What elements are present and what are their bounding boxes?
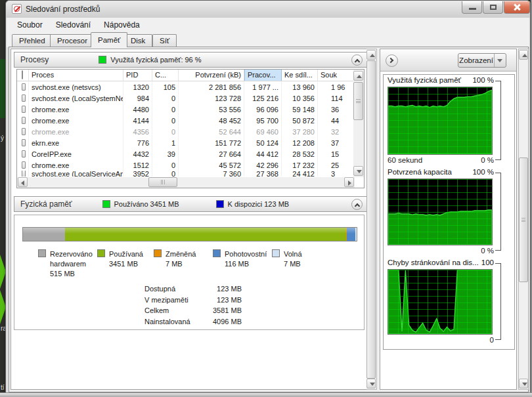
process-name-cell: ekrn.exe [29,137,123,148]
chevron-up-icon [354,203,359,208]
menu-monitor[interactable]: Sledování [49,18,97,31]
scroll-down-button[interactable] [366,379,376,388]
memory-bar-segment [347,228,355,241]
col-shareable[interactable]: Ke sdíl... [282,70,318,81]
stat-label: Dostupná [144,283,205,295]
pid-cell: 4356 [123,126,152,137]
table-row[interactable]: svchost.exe (LocalServiceAn...395207 360… [17,171,364,177]
close-button[interactable] [504,1,530,14]
pid-cell: 984 [123,93,152,104]
used-indicator-icon [102,200,110,208]
process-table-hscrollbar[interactable] [17,177,355,188]
cpu-cell: 0 [152,171,179,177]
stat-label: V mezipaměti [144,295,205,306]
menu-file[interactable]: Soubor [11,18,49,31]
graph-grid [388,179,492,245]
stat-label: Celkem [144,305,205,316]
views-dropdown-arrow[interactable] [494,54,506,67]
maximize-button[interactable] [483,1,503,14]
stat-value: 4096 MB [205,316,242,327]
available-indicator-icon [216,200,224,208]
col-pid[interactable]: PID [123,70,152,81]
legend-swatch [272,249,280,257]
process-table-vscrollbar[interactable] [353,70,364,177]
row-checkbox[interactable] [17,115,29,126]
col-process[interactable]: Proces [29,70,123,81]
col-private[interactable]: Souk [318,70,355,81]
scroll-left-button[interactable] [18,177,28,187]
table-row[interactable]: svchost.exe (LocalSystemNet...9840123 72… [17,93,364,104]
row-checkbox[interactable] [17,148,29,159]
scroll-down-button[interactable] [519,379,528,388]
private-cell: 36 [318,104,355,115]
vscroll-thumb[interactable] [519,157,528,282]
scale-bracket [495,173,501,251]
arrow-up-icon [357,75,362,78]
scroll-up-button[interactable] [366,50,376,60]
scale-min: 0 % [481,156,494,164]
table-row[interactable]: ekrn.exe7761151 77250 12412 20837 [17,137,364,148]
panel-vscrollbar[interactable] [518,49,529,390]
row-checkbox[interactable] [17,104,29,115]
working-set-cell: 125 216 [244,93,282,104]
row-checkbox[interactable] [17,171,29,177]
col-cpu[interactable]: C... [152,70,179,81]
row-checkbox[interactable] [17,93,29,104]
legend-item: Rezervovánohardwarem515 MB [38,249,93,279]
tab-cpu[interactable]: Procesor [50,34,95,47]
pid-cell: 3952 [123,171,152,177]
col-commit[interactable]: Potvrzení (kB) [179,70,244,81]
col-working-set[interactable]: Pracov... [244,70,282,81]
scroll-up-button[interactable] [519,50,528,60]
private-cell: 1 96 [318,81,355,93]
table-row[interactable]: chrome.exe4480053 55696 09659 14836 [17,104,364,115]
memory-title: Fyzická paměť [14,199,72,209]
tab-overview[interactable]: Přehled [12,34,53,47]
graph-used-physical-memory [388,87,493,155]
minimize-button[interactable] [462,1,482,14]
main-pane: Procesy Využitá fyzická paměť: 96 % Proc… [11,49,377,390]
scroll-up-button[interactable] [353,71,363,81]
private-cell: 25 [318,159,355,171]
table-row[interactable]: CoreIPP.exe44323927 66444 41228 53215 [17,148,364,159]
memory-bar-segment [23,228,65,241]
pane-vscrollbar[interactable] [366,49,377,390]
table-row[interactable]: chrome.exe4144048 45295 70050 87244 [17,115,364,126]
menu-help[interactable]: Nápověda [97,18,146,31]
graphs-container: Využitá fyzická paměť 100 % 60 sekund 0 … [383,74,515,350]
arrow-left-icon [21,180,24,186]
row-checkbox[interactable] [17,81,29,93]
row-checkbox[interactable] [17,137,29,148]
table-row[interactable]: chrome.exe1512045 57242 29617 23225 [17,159,364,171]
scroll-down-button[interactable] [353,166,363,176]
row-checkbox[interactable] [17,159,29,171]
memory-section-header[interactable]: Fyzická paměť Používáno 3451 MB K dispoz… [14,196,367,212]
window-title: Sledování prostředků [26,5,100,14]
titlebar[interactable]: Sledování prostředků [6,1,530,18]
tab-disk[interactable]: Disk [123,34,152,47]
table-row[interactable]: chrome.exe4356052 64469 46037 28032 [17,126,364,137]
memory-usage-bar [22,227,357,241]
expand-panel-button[interactable] [386,54,398,67]
processes-section-header[interactable]: Procesy Využitá fyzická paměť: 96 % [14,52,367,68]
tab-network[interactable]: Síť [152,34,177,47]
process-name-cell: chrome.exe [29,159,123,171]
shareable-cell: 28 532 [282,148,318,159]
views-button[interactable]: Zobrazení [458,53,506,68]
graph-bottom-row: 60 sekund 0 % [388,156,494,164]
maximize-icon [490,5,497,10]
hscroll-thumb[interactable] [148,177,177,187]
scroll-right-button[interactable] [344,177,354,187]
table-row[interactable]: svchost.exe (netsvcs)13201052 281 8561 9… [17,81,364,93]
collapse-memory-button[interactable] [351,199,363,210]
row-checkbox[interactable] [17,126,29,137]
select-all-checkbox[interactable] [17,70,29,81]
shareable-cell: 13 960 [282,81,318,93]
tab-memory[interactable]: Paměť [91,32,127,47]
memory-bar-segment [355,228,357,241]
vscroll-thumb[interactable] [353,82,363,120]
vscroll-thumb[interactable] [366,60,376,379]
process-name-cell: chrome.exe [29,104,123,115]
collapse-processes-button[interactable] [351,54,363,66]
graph-title: Potvrzená kapacita [388,168,452,176]
